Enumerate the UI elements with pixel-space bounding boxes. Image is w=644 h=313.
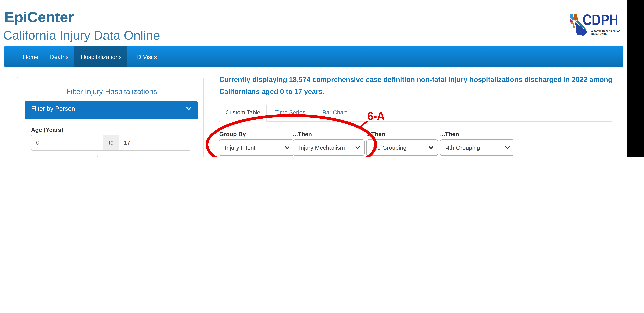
svg-text:Public Health: Public Health — [590, 32, 606, 36]
svg-text:CDPH: CDPH — [582, 13, 618, 28]
svg-text:California Department of: California Department of — [590, 30, 620, 33]
